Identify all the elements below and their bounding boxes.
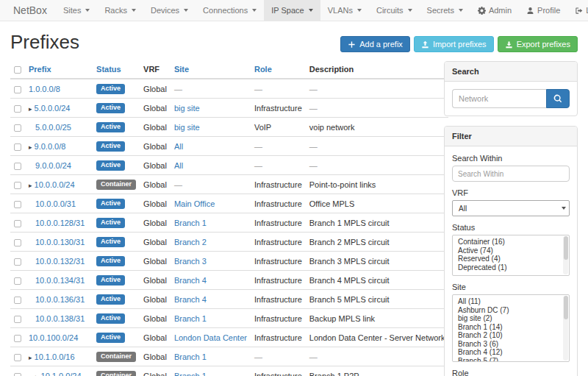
nav-item-profile[interactable]: Profile: [519, 0, 567, 21]
row-checkbox[interactable]: [14, 163, 21, 170]
page-header: Add a prefixImport prefixesExport prefix…: [10, 31, 578, 54]
site-link[interactable]: Branch 1: [174, 219, 207, 227]
site-link[interactable]: Main Office: [174, 199, 215, 208]
listbox-option[interactable]: Branch 1 (14): [453, 323, 569, 332]
prefix-link[interactable]: 10.0.100.0/24: [29, 333, 78, 342]
row-checkbox[interactable]: [14, 373, 21, 376]
prefix-link[interactable]: 10.1.0.0/16: [35, 352, 75, 361]
listbox-option[interactable]: Ashburn DC (7): [453, 306, 569, 315]
nav-item-racks[interactable]: Racks: [97, 0, 143, 21]
row-checkbox[interactable]: [14, 86, 21, 93]
column-header-status[interactable]: Status: [93, 61, 140, 79]
vrf-value: Global: [143, 161, 167, 170]
add-a-prefix-button[interactable]: Add a prefix: [340, 36, 410, 52]
nav-item-ip-space[interactable]: IP Space: [264, 0, 320, 21]
expand-icon[interactable]: ▸: [29, 143, 32, 151]
nav-item-sites[interactable]: Sites: [56, 0, 97, 21]
listbox-option[interactable]: Deprecated (1): [453, 263, 569, 272]
expand-icon[interactable]: ▸: [29, 105, 32, 113]
row-checkbox[interactable]: [14, 316, 21, 323]
listbox-option[interactable]: Active (74): [453, 246, 569, 255]
prefix-link[interactable]: 1.0.0.0/8: [29, 85, 60, 93]
prefix-link[interactable]: 10.0.0.130/31: [35, 238, 85, 246]
vrf-value: Global: [143, 180, 167, 189]
prefix-link[interactable]: 9.0.0.0/8: [35, 142, 66, 151]
export-prefixes-button[interactable]: Export prefixes: [498, 36, 578, 52]
site-link[interactable]: Branch 1: [174, 372, 207, 376]
site-link[interactable]: London Data Center: [174, 333, 247, 342]
row-checkbox[interactable]: [14, 201, 21, 208]
column-header-role[interactable]: Role: [251, 61, 306, 79]
filter-listbox-site[interactable]: All (11)Ashburn DC (7)big site (2)Branch…: [452, 294, 570, 362]
site-link[interactable]: Branch 3: [174, 257, 207, 266]
expand-icon[interactable]: ▸: [35, 373, 39, 376]
nav-item-log-out[interactable]: Log out: [567, 0, 588, 21]
site-link[interactable]: Branch 4: [174, 295, 207, 304]
row-checkbox[interactable]: [14, 220, 21, 227]
nav-item-connections[interactable]: Connections: [196, 0, 264, 21]
nav-item-secrets[interactable]: Secrets: [420, 0, 470, 21]
prefix-link[interactable]: 10.0.0.134/31: [35, 276, 85, 285]
column-header-prefix[interactable]: Prefix: [25, 61, 93, 79]
prefix-link[interactable]: 10.1.0.0/24: [41, 372, 82, 376]
search-button[interactable]: [546, 89, 570, 108]
prefix-link[interactable]: 10.0.0.138/31: [35, 314, 85, 323]
site-link[interactable]: big site: [174, 123, 200, 132]
row-checkbox[interactable]: [14, 297, 21, 304]
row-checkbox[interactable]: [14, 277, 21, 285]
prefix-link[interactable]: 10.0.0.0/31: [35, 199, 76, 208]
filter-listbox-status[interactable]: Container (16)Active (74)Reserved (4)Dep…: [452, 235, 570, 276]
listbox-option[interactable]: Branch 5 (7): [453, 357, 569, 363]
filter-select-vrf[interactable]: All: [452, 200, 570, 216]
brand[interactable]: NetBox: [4, 0, 56, 21]
listbox-option[interactable]: Branch 3 (6): [453, 340, 569, 349]
prefix-link[interactable]: 10.0.0.0/24: [35, 180, 75, 189]
prefix-link[interactable]: 10.0.0.128/31: [35, 219, 85, 227]
site-link[interactable]: Branch 4: [174, 276, 207, 285]
site-link[interactable]: Branch 1: [174, 314, 207, 323]
listbox-option[interactable]: Container (16): [453, 238, 569, 246]
row-checkbox[interactable]: [14, 105, 21, 113]
prefix-link[interactable]: 5.0.0.0/25: [35, 123, 71, 132]
status-badge: Active: [96, 160, 125, 171]
import-prefixes-button[interactable]: Import prefixes: [414, 36, 494, 52]
row-checkbox[interactable]: [14, 239, 21, 246]
column-header-site[interactable]: Site: [171, 61, 251, 79]
table-header-row: PrefixStatusVRFSiteRoleDescription: [10, 61, 448, 79]
scrollbar[interactable]: [563, 236, 568, 274]
row-checkbox[interactable]: [14, 124, 21, 132]
prefix-link[interactable]: 5.0.0.0/24: [35, 104, 71, 113]
nav-item-circuits[interactable]: Circuits: [369, 0, 420, 21]
nav-item-devices[interactable]: Devices: [143, 0, 196, 21]
listbox-option[interactable]: big site (2): [453, 314, 569, 323]
row-checkbox[interactable]: [14, 143, 21, 151]
listbox-option[interactable]: Branch 4 (12): [453, 348, 569, 357]
expand-icon[interactable]: ▸: [29, 182, 32, 189]
site-link[interactable]: Branch 1: [174, 352, 207, 361]
site-link[interactable]: All: [174, 161, 183, 170]
prefix-link[interactable]: 9.0.0.0/24: [35, 161, 71, 170]
select-all-checkbox[interactable]: [14, 66, 21, 74]
scrollbar[interactable]: [563, 296, 568, 361]
listbox-option[interactable]: Branch 2 (10): [453, 331, 569, 340]
search-icon: [553, 94, 562, 103]
prefix-link[interactable]: 10.0.0.136/31: [35, 295, 85, 304]
prefix-link[interactable]: 10.0.0.132/31: [35, 257, 85, 266]
status-badge: Active: [96, 237, 125, 247]
site-link[interactable]: big site: [174, 104, 200, 113]
listbox-option[interactable]: Reserved (4): [453, 255, 569, 263]
listbox-option[interactable]: All (11): [453, 297, 569, 306]
row-checkbox[interactable]: [14, 354, 21, 361]
nav-item-admin[interactable]: Admin: [470, 0, 519, 21]
nav-menu: SitesRacksDevicesConnectionsIP SpaceVLAN…: [56, 0, 470, 21]
row-checkbox[interactable]: [14, 335, 21, 342]
filter-input-search-within[interactable]: [452, 166, 570, 182]
site-link[interactable]: Branch 2: [174, 238, 207, 246]
row-checkbox[interactable]: [14, 182, 21, 189]
expand-icon[interactable]: ▸: [29, 354, 32, 361]
row-checkbox[interactable]: [14, 258, 21, 266]
nav-item-vlans[interactable]: VLANs: [320, 0, 369, 21]
site-link[interactable]: All: [174, 142, 183, 151]
select-value: All: [459, 205, 467, 213]
search-input[interactable]: [452, 89, 546, 108]
